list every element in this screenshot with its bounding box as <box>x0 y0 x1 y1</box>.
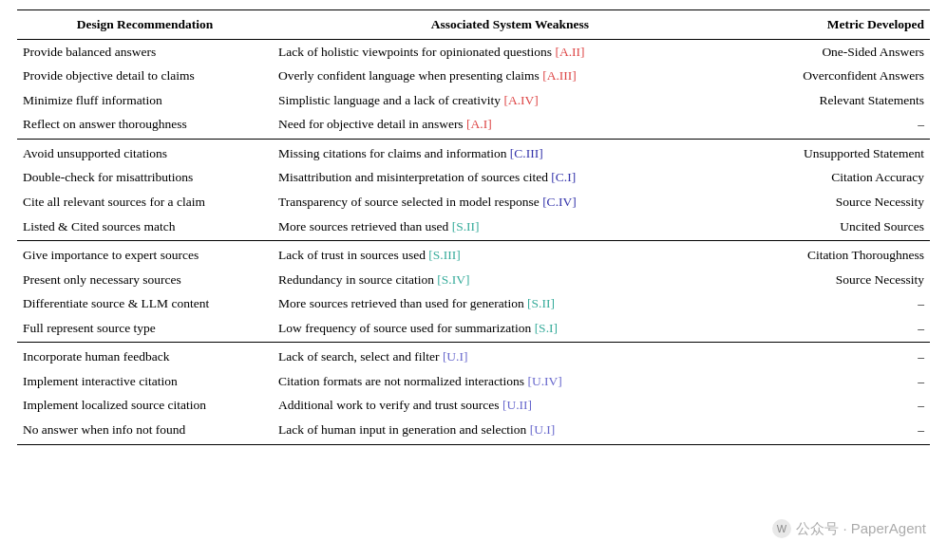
table-header-row: Design Recommendation Associated System … <box>17 10 930 40</box>
table-row: Avoid unsupported citationsMissing citat… <box>17 139 930 165</box>
rec-cell: Implement localized source citation <box>17 393 273 418</box>
metric-cell: – <box>748 343 930 369</box>
weakness-cell: Overly confident language when presentin… <box>273 64 748 88</box>
rec-cell: Full represent source type <box>17 316 273 343</box>
table-row: Implement interactive citationCitation f… <box>17 369 930 394</box>
metric-cell: Citation Thoroughness <box>748 241 930 268</box>
weakness-tag: [S.III] <box>428 248 460 262</box>
rec-cell: Avoid unsupported citations <box>17 139 273 165</box>
weakness-tag: [A.II] <box>555 45 584 59</box>
metric-cell: Relevant Statements <box>748 88 930 113</box>
rec-cell: Implement interactive citation <box>17 369 273 394</box>
metric-cell: – <box>748 316 930 343</box>
weakness-tag: [C.IV] <box>542 195 577 209</box>
rec-cell: Incorporate human feedback <box>17 343 273 369</box>
rec-cell: Reflect on answer thoroughness <box>17 112 273 139</box>
weakness-cell: Lack of human input in generation and se… <box>273 418 748 444</box>
watermark: W 公众号 · PaperAgent <box>771 518 926 539</box>
rec-cell: Double-check for misattributions <box>17 165 273 190</box>
weakness-cell: Citation formats are not normalized inte… <box>273 369 748 394</box>
rec-cell: Present only necessary sources <box>17 268 273 292</box>
table-row: Reflect on answer thoroughnessNeed for o… <box>17 112 930 139</box>
metric-cell: Source Necessity <box>748 190 930 215</box>
table-row: Full represent source typeLow frequency … <box>17 316 930 343</box>
col-header-weakness: Associated System Weakness <box>273 10 748 40</box>
rec-cell: Differentiate source & LLM content <box>17 291 273 316</box>
weakness-cell: Transparency of source selected in model… <box>273 190 748 215</box>
weakness-tag: [C.I] <box>551 170 576 184</box>
watermark-text: 公众号 · PaperAgent <box>796 520 926 538</box>
col-header-rec: Design Recommendation <box>17 10 273 40</box>
metric-cell: Uncited Sources <box>748 215 930 241</box>
metric-cell: – <box>748 393 930 418</box>
rec-cell: Cite all relevant sources for a claim <box>17 190 273 215</box>
rec-cell: Listed & Cited sources match <box>17 215 273 241</box>
metric-cell: Source Necessity <box>748 268 930 292</box>
rec-cell: Give importance to expert sources <box>17 241 273 268</box>
table-row: Differentiate source & LLM contentMore s… <box>17 291 930 316</box>
weakness-cell: Lack of trust in sources used [S.III] <box>273 241 748 268</box>
weakness-tag: [S.I] <box>535 321 558 335</box>
weakness-tag: [S.II] <box>452 219 480 233</box>
rec-cell: Provide balanced answers <box>17 39 273 64</box>
weakness-cell: More sources retrieved than used [S.II] <box>273 215 748 241</box>
weakness-cell: Misattribution and misinterpretation of … <box>273 165 748 190</box>
rec-cell: No answer when info not found <box>17 418 273 444</box>
weakness-cell: Low frequency of source used for summari… <box>273 316 748 343</box>
table-row: Minimize fluff informationSimplistic lan… <box>17 88 930 113</box>
weakness-cell: Lack of holistic viewpoints for opiniona… <box>273 39 748 64</box>
metric-cell: Unsupported Statement <box>748 139 930 165</box>
metric-cell: Citation Accuracy <box>748 165 930 190</box>
table-row: Double-check for misattributionsMisattri… <box>17 165 930 190</box>
weakness-tag: [U.IV] <box>528 374 562 388</box>
table-row: Incorporate human feedbackLack of search… <box>17 343 930 369</box>
metric-cell: – <box>748 418 930 444</box>
metric-cell: One-Sided Answers <box>748 39 930 64</box>
weakness-tag: [A.I] <box>466 117 492 131</box>
table-row: Implement localized source citationAddit… <box>17 393 930 418</box>
weakness-tag: [C.III] <box>510 146 543 160</box>
weakness-cell: More sources retrieved than used for gen… <box>273 291 748 316</box>
table-row: Present only necessary sourcesRedundancy… <box>17 268 930 292</box>
weakness-cell: Lack of search, select and filter [U.I] <box>273 343 748 369</box>
weakness-cell: Simplistic language and a lack of creati… <box>273 88 748 113</box>
weakness-tag: [A.III] <box>542 68 577 83</box>
weakness-tag: [A.IV] <box>503 93 538 107</box>
weakness-tag: [S.IV] <box>437 272 469 287</box>
metric-cell: – <box>748 291 930 316</box>
weakness-tag: [U.I] <box>530 422 556 437</box>
rec-cell: Minimize fluff information <box>17 88 273 113</box>
metric-cell: – <box>748 112 930 139</box>
metric-cell: Overconfident Answers <box>748 64 930 88</box>
weakness-tag: [U.II] <box>502 398 532 412</box>
weakness-cell: Missing citations for claims and informa… <box>273 139 748 165</box>
table-row: Listed & Cited sources matchMore sources… <box>17 215 930 241</box>
metric-cell: – <box>748 369 930 394</box>
weakness-cell: Additional work to verify and trust sour… <box>273 393 748 418</box>
table-row: Give importance to expert sourcesLack of… <box>17 241 930 268</box>
table-row: Provide objective detail to claimsOverly… <box>17 64 930 88</box>
watermark-icon: W <box>771 518 792 539</box>
weakness-cell: Need for objective detail in answers [A.… <box>273 112 748 139</box>
svg-text:W: W <box>777 523 787 534</box>
weakness-tag: [S.II] <box>527 296 555 310</box>
col-header-metric: Metric Developed <box>748 10 930 40</box>
table-row: No answer when info not foundLack of hum… <box>17 418 930 444</box>
weakness-cell: Redundancy in source citation [S.IV] <box>273 268 748 292</box>
weakness-tag: [U.I] <box>443 349 468 364</box>
table-row: Provide balanced answersLack of holistic… <box>17 39 930 64</box>
table-row: Cite all relevant sources for a claimTra… <box>17 190 930 215</box>
rec-cell: Provide objective detail to claims <box>17 64 273 88</box>
